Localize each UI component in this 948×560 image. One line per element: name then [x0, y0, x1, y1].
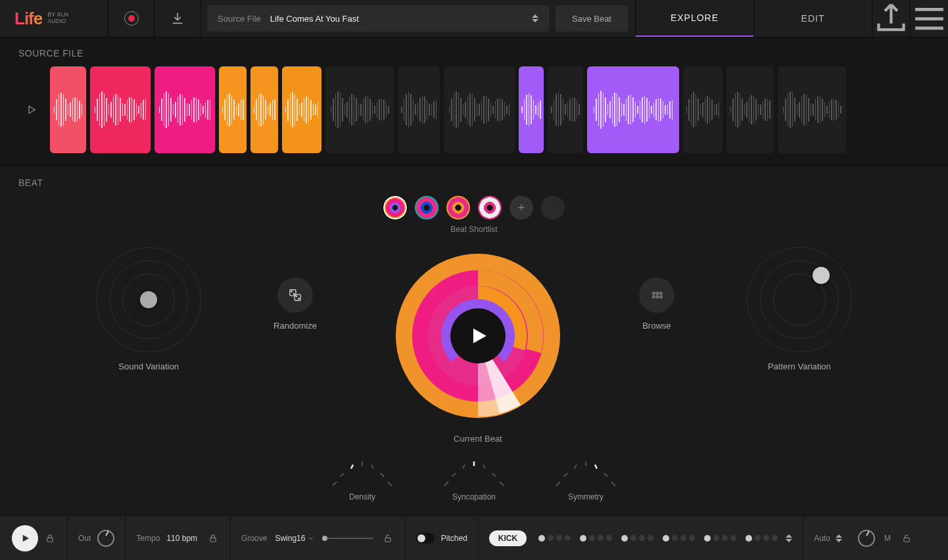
play-source-button[interactable]: [18, 105, 45, 115]
sequencer-step[interactable]: [713, 535, 719, 541]
source-file-section: SOURCE FILE: [0, 37, 948, 166]
waveform-segment[interactable]: [325, 66, 394, 153]
browse-control: Browse: [639, 277, 675, 331]
waveform-segment[interactable]: [154, 66, 215, 153]
chevron-down-icon: [532, 19, 538, 22]
tempo-lock[interactable]: [206, 534, 220, 543]
sequencer-step[interactable]: [730, 535, 736, 541]
menu-button[interactable]: [910, 0, 948, 37]
transport-bar: Out Tempo 110 bpm Groove Swing16 Pitched…: [0, 515, 948, 560]
export-button[interactable]: [872, 0, 910, 37]
sequencer-step[interactable]: [689, 535, 695, 541]
sequencer-step[interactable]: [704, 535, 711, 542]
pitched-toggle[interactable]: [416, 533, 435, 544]
tab-edit[interactable]: EDIT: [753, 0, 872, 37]
global-play-button[interactable]: [12, 525, 38, 551]
waveform-segment[interactable]: [519, 66, 544, 153]
step-sequencer-stepper[interactable]: [786, 534, 792, 542]
waveform-segment[interactable]: [587, 66, 679, 153]
svg-rect-40: [47, 538, 53, 542]
sequencer-step[interactable]: [556, 535, 562, 541]
source-file-selector[interactable]: Source File Life Comes At You Fast: [207, 5, 549, 32]
shortlist-item[interactable]: [446, 196, 470, 220]
sequencer-step[interactable]: [680, 535, 686, 541]
sound-variation-dial[interactable]: [96, 247, 201, 352]
symmetry-gauge[interactable]: Symmetry: [550, 459, 622, 502]
waveform-segment[interactable]: [90, 66, 151, 153]
unlock-icon: [902, 534, 911, 543]
waveform-segment[interactable]: [398, 66, 440, 153]
sequencer-step[interactable]: [722, 535, 728, 541]
download-icon: [170, 11, 185, 26]
density-gauge[interactable]: Density: [326, 459, 398, 502]
step-sequencer[interactable]: [538, 535, 778, 542]
sequencer-step[interactable]: [598, 535, 604, 541]
current-beat-ring[interactable]: [389, 247, 567, 425]
pitched-label: Pitched: [441, 534, 467, 543]
shortlist-item[interactable]: [478, 196, 502, 220]
waveform-segment[interactable]: [250, 66, 278, 153]
waveform-segment[interactable]: [219, 66, 247, 153]
sequencer-step[interactable]: [565, 535, 571, 541]
sequencer-step[interactable]: [538, 535, 545, 542]
output-lock[interactable]: [900, 534, 913, 543]
chevron-up-icon: [786, 534, 792, 538]
save-beat-button[interactable]: Save Beat: [556, 5, 628, 32]
randomize-button[interactable]: [277, 277, 313, 313]
chevron-down-icon: [786, 539, 792, 542]
sequencer-step[interactable]: [763, 535, 769, 541]
waveform-segment[interactable]: [548, 66, 583, 153]
import-button[interactable]: [154, 0, 201, 37]
auto-stepper[interactable]: [836, 534, 842, 542]
groove-control: Groove Swing16: [241, 534, 394, 543]
groove-value[interactable]: Swing16: [275, 534, 314, 543]
groove-slider[interactable]: [322, 538, 373, 539]
out-knob[interactable]: [97, 530, 114, 547]
waveform-segment[interactable]: [683, 66, 723, 153]
shortlist-item[interactable]: [415, 196, 438, 220]
waveform-segment[interactable]: [444, 66, 515, 153]
sequencer-step[interactable]: [648, 535, 653, 541]
sequencer-step[interactable]: [672, 535, 678, 541]
tempo-value[interactable]: 110 bpm: [166, 534, 197, 543]
sequencer-step[interactable]: [755, 535, 761, 541]
lock-icon: [45, 534, 55, 543]
sequencer-step[interactable]: [639, 535, 645, 541]
output-knob[interactable]: [858, 530, 875, 547]
transport-lock[interactable]: [43, 534, 57, 543]
waveform-segment[interactable]: [778, 66, 846, 153]
tab-explore[interactable]: EXPLORE: [635, 0, 753, 37]
source-file-label: Source File: [218, 14, 261, 24]
groove-label: Groove: [241, 534, 267, 543]
source-file-stepper[interactable]: [532, 14, 538, 22]
kick-selector[interactable]: KICK: [489, 530, 527, 546]
svg-rect-42: [385, 538, 391, 542]
sequencer-step[interactable]: [663, 535, 669, 542]
mute-button[interactable]: M: [884, 534, 891, 543]
svg-point-2: [291, 291, 292, 292]
pattern-variation-dial[interactable]: [747, 247, 852, 352]
record-button[interactable]: [108, 0, 154, 37]
browse-button[interactable]: [639, 277, 675, 313]
waveform-segment[interactable]: [50, 66, 86, 153]
shortlist-item[interactable]: [383, 196, 407, 220]
sequencer-step[interactable]: [589, 535, 595, 541]
syncopation-gauge[interactable]: Syncopation: [438, 459, 510, 502]
svg-point-14: [656, 296, 659, 298]
groove-lock[interactable]: [381, 534, 394, 543]
sequencer-step[interactable]: [772, 535, 778, 541]
waveform-segment[interactable]: [726, 66, 774, 153]
browse-label: Browse: [642, 321, 671, 331]
shortlist-add-button[interactable]: +: [510, 196, 533, 220]
sequencer-step[interactable]: [606, 535, 612, 541]
sequencer-step[interactable]: [630, 535, 636, 541]
svg-point-3: [293, 293, 294, 294]
sequencer-step[interactable]: [621, 535, 628, 542]
sequencer-step[interactable]: [580, 535, 586, 542]
sequencer-step[interactable]: [746, 535, 752, 542]
chevron-up-icon: [532, 14, 538, 18]
waveform-track[interactable]: [50, 66, 930, 153]
play-beat-button[interactable]: [450, 308, 506, 363]
sequencer-step[interactable]: [548, 535, 554, 541]
waveform-segment[interactable]: [282, 66, 321, 153]
